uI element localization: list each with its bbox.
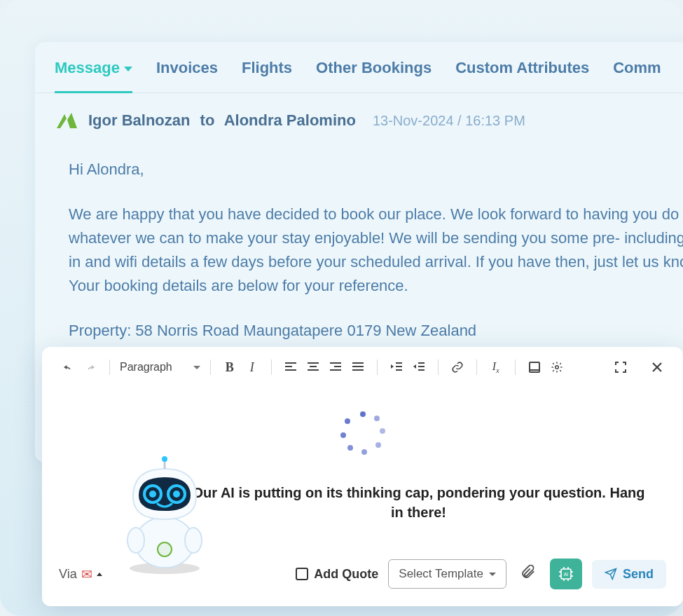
undo-button[interactable] [59, 358, 77, 376]
from-name: Igor Balnozan [88, 111, 190, 129]
tab-message[interactable]: Message [55, 59, 132, 93]
panel-button[interactable] [525, 358, 544, 376]
tab-flights[interactable]: Flights [242, 59, 292, 93]
link-button[interactable] [448, 358, 467, 376]
chevron-down-icon [489, 573, 496, 576]
svg-text:AI: AI [564, 572, 569, 577]
align-center-button[interactable] [304, 358, 322, 376]
indent-button[interactable] [387, 358, 406, 376]
checkbox-icon [296, 568, 308, 580]
chevron-down-icon [193, 366, 200, 369]
align-left-button[interactable] [282, 358, 300, 376]
ai-loading-message: Our AI is putting on its thinking cap, p… [185, 483, 652, 522]
message-timestamp: 13-Nov-2024 / 16:13 PM [373, 113, 525, 129]
select-template-dropdown[interactable]: Select Template [388, 559, 506, 589]
redo-button[interactable] [81, 358, 99, 376]
settings-button[interactable] [548, 358, 566, 376]
to-name: Alondra Palomino [224, 111, 356, 129]
ai-button[interactable]: AI [550, 559, 582, 589]
message-body: Hi Alondra, We are happy that you have d… [35, 137, 683, 367]
robot-illustration-icon [112, 455, 217, 574]
property-line: Property: 58 Norris Road Maungatapere 01… [69, 319, 683, 343]
tab-other-bookings[interactable]: Other Bookings [316, 59, 432, 93]
add-quote-checkbox[interactable]: Add Quote [296, 567, 378, 582]
caret-up-icon [97, 573, 102, 576]
editor-toolbar: Paragraph B I Ix [59, 358, 666, 376]
loading-spinner-icon [340, 411, 385, 456]
tab-comm[interactable]: Comm [613, 59, 661, 93]
clear-formatting-button[interactable]: Ix [487, 358, 505, 376]
svg-point-41 [162, 456, 167, 462]
outdent-button[interactable] [410, 358, 428, 376]
svg-point-42 [127, 528, 144, 553]
svg-point-37 [149, 491, 156, 498]
tabs: Message Invoices Flights Other Bookings … [35, 42, 683, 93]
fullscreen-button[interactable] [612, 358, 630, 376]
svg-point-35 [158, 542, 172, 556]
paragraph-style-select[interactable]: Paragraph [120, 361, 200, 374]
message-from-to: Igor Balnozan to Alondra Palomino [88, 111, 356, 130]
close-button[interactable] [648, 358, 666, 376]
attachment-button[interactable] [516, 560, 540, 588]
to-word: to [200, 111, 215, 129]
align-right-button[interactable] [326, 358, 345, 376]
via-selector[interactable]: Via ✉ [59, 566, 102, 582]
chevron-down-icon [124, 67, 132, 71]
tab-invoices[interactable]: Invoices [156, 59, 218, 93]
tab-custom-attributes[interactable]: Custom Attributes [455, 59, 589, 93]
send-button[interactable]: Send [592, 560, 666, 589]
bold-button[interactable]: B [221, 358, 239, 376]
svg-point-43 [185, 528, 202, 553]
message-header: Igor Balnozan to Alondra Palomino 13-Nov… [35, 93, 683, 137]
greeting: Hi Alondra, [69, 158, 683, 182]
svg-point-39 [173, 491, 180, 498]
brand-logo-icon [55, 110, 78, 131]
body-text: We are happy that you have decided to bo… [69, 203, 683, 298]
envelope-icon: ✉ [81, 566, 92, 582]
svg-point-20 [555, 366, 558, 369]
align-justify-button[interactable] [349, 358, 367, 376]
italic-button[interactable]: I [243, 358, 261, 376]
